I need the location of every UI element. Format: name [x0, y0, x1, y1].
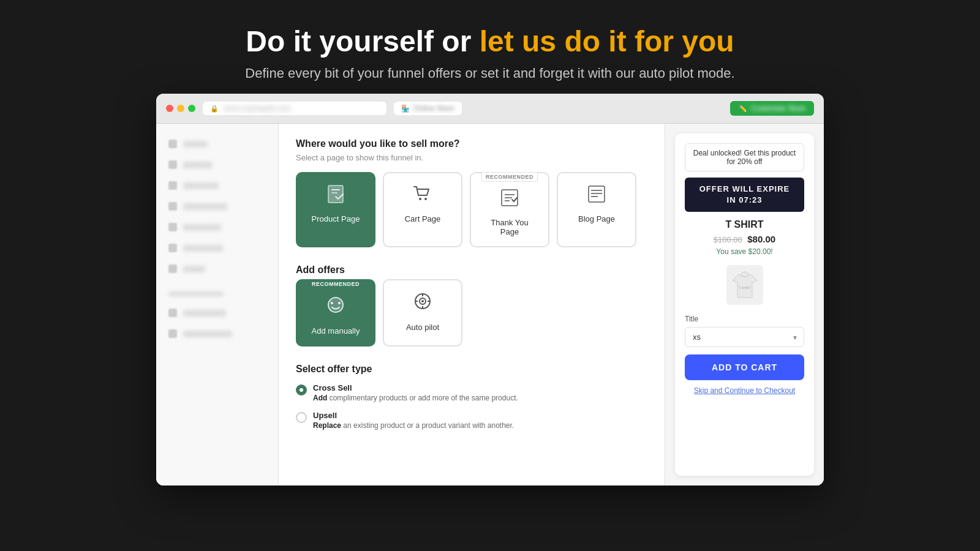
svg-text:T-SHIRT: T-SHIRT — [739, 286, 750, 290]
section3-title: Select offer type — [296, 364, 647, 375]
savings-text: You save $20.00! — [685, 247, 804, 256]
section1-title: Where would you like to sell more? — [296, 138, 647, 149]
orders-icon — [168, 160, 177, 169]
hero-title: Do it yourself or let us do it for you — [12, 24, 968, 58]
product-price-row: $100.00 $80.00 — [685, 234, 804, 245]
discounted-price: $80.00 — [747, 234, 775, 244]
cart-page-icon — [412, 183, 434, 208]
sidebar-item-customers[interactable] — [156, 196, 278, 217]
svg-point-18 — [421, 300, 424, 302]
expire-line1: OFFER WILL EXPIRE — [692, 184, 797, 195]
page-card-thankyou[interactable]: RECOMMENDED Thank You Page — [470, 172, 549, 247]
upsell-option[interactable]: Upsell Replace an existing product or a … — [296, 411, 647, 430]
svg-point-15 — [338, 302, 341, 304]
offer-cards-grid: RECOMMENDED Add manually — [296, 279, 647, 347]
sidebar-item-home[interactable] — [156, 133, 278, 154]
expire-line2: IN 07:23 — [692, 195, 797, 206]
cross-sell-text: Cross Sell Add complimentary products or… — [313, 383, 518, 402]
hero-section: Do it yourself or let us do it for you D… — [0, 0, 980, 94]
close-dot — [166, 105, 173, 112]
autopilot-icon — [412, 290, 434, 317]
customize-store-button[interactable]: ✏️ Customize Store — [730, 101, 814, 116]
customize-store-label: Customize Store — [751, 104, 805, 113]
blog-page-label: Blog Page — [578, 214, 615, 223]
sidebar-section-label — [168, 291, 224, 296]
nav-label: Online Store — [413, 104, 454, 113]
add-manually-icon — [325, 294, 347, 320]
discounts-icon — [168, 244, 177, 252]
pos-icon — [168, 329, 177, 338]
sidebar-item-online-store[interactable] — [156, 302, 278, 323]
online-store-icon — [168, 309, 177, 317]
offer-card-autopilot[interactable]: Auto pilot — [383, 279, 462, 347]
sidebar-orders-label — [183, 162, 213, 168]
nav-button[interactable]: 🏪 Online Store — [394, 102, 462, 115]
address-text: store.myshopify.com — [224, 104, 290, 113]
sidebar-item-analytics[interactable] — [156, 217, 278, 238]
cross-sell-radio[interactable] — [296, 384, 307, 395]
page-card-product[interactable]: Product Page — [296, 172, 375, 247]
sidebar-customers-label — [183, 203, 227, 210]
svg-point-14 — [331, 302, 333, 304]
svg-rect-2 — [331, 192, 337, 193]
offer-type-section: Select offer type Cross Sell Add complim… — [296, 364, 647, 430]
product-page-label: Product Page — [312, 214, 360, 223]
sidebar-item-orders[interactable] — [156, 154, 278, 175]
sidebar — [156, 124, 279, 485]
svg-point-4 — [424, 198, 427, 200]
page-card-cart[interactable]: Cart Page — [383, 172, 462, 247]
original-price: $100.00 — [714, 235, 742, 244]
main-content: Where would you like to sell more? Selec… — [279, 124, 665, 485]
sidebar-online-store-label — [183, 310, 226, 317]
product-page-icon — [325, 183, 347, 208]
size-select-wrapper[interactable]: xs s m l xl — [685, 327, 804, 347]
browser-chrome: 🔒 store.myshopify.com 🏪 Online Store ✏️ … — [156, 94, 824, 124]
sales-icon — [168, 264, 177, 273]
home-icon — [168, 140, 177, 148]
right-panel: Deal unlocked! Get this product for 20% … — [665, 124, 824, 485]
offer-card-manual[interactable]: RECOMMENDED Add manually — [296, 279, 375, 347]
cart-page-label: Cart Page — [405, 214, 441, 223]
address-bar[interactable]: 🔒 store.myshopify.com — [203, 102, 386, 115]
blog-page-icon — [586, 183, 608, 208]
product-preview-card: Deal unlocked! Get this product for 20% … — [675, 133, 814, 476]
svg-point-3 — [419, 198, 421, 200]
add-manually-label: Add manually — [312, 326, 360, 335]
sidebar-analytics-label — [183, 224, 221, 231]
sidebar-discounts-label — [183, 245, 223, 252]
sidebar-item-sales[interactable] — [156, 258, 278, 279]
cross-sell-label: Cross Sell — [313, 383, 518, 392]
analytics-icon — [168, 223, 177, 231]
hero-title-plain: Do it yourself or — [246, 25, 479, 58]
upsell-text: Upsell Replace an existing product or a … — [313, 411, 514, 430]
upsell-radio[interactable] — [296, 412, 307, 423]
expire-banner: OFFER WILL EXPIRE IN 07:23 — [685, 178, 804, 212]
sidebar-home-label — [183, 141, 208, 148]
customers-icon — [168, 202, 177, 211]
browser-window: 🔒 store.myshopify.com 🏪 Online Store ✏️ … — [156, 94, 824, 485]
cross-sell-option[interactable]: Cross Sell Add complimentary products or… — [296, 383, 647, 402]
sidebar-pos-label — [183, 331, 232, 337]
product-image: T-SHIRT — [726, 265, 763, 305]
hero-title-highlight: let us do it for you — [480, 25, 734, 58]
minimize-dot — [177, 105, 184, 112]
skip-checkout-link[interactable]: Skip and Continue to Checkout — [685, 386, 804, 395]
browser-content: Where would you like to sell more? Selec… — [156, 124, 824, 485]
sidebar-item-point-of-sale[interactable] — [156, 323, 278, 344]
thankyou-page-icon — [499, 187, 521, 212]
section2-title: Add offers — [296, 264, 647, 276]
product-name: T SHIRT — [685, 219, 804, 230]
svg-point-13 — [328, 298, 343, 312]
section1-subtitle: Select a page to show this funnel in. — [296, 153, 647, 162]
size-select[interactable]: xs s m l xl — [685, 327, 804, 347]
sidebar-item-products[interactable] — [156, 175, 278, 196]
svg-rect-23 — [741, 272, 748, 277]
svg-rect-1 — [331, 189, 340, 190]
svg-rect-9 — [589, 186, 605, 202]
svg-rect-0 — [328, 186, 343, 203]
page-card-blog[interactable]: Blog Page — [557, 172, 636, 247]
recommended-badge-manual: RECOMMENDED — [307, 280, 364, 289]
sidebar-item-discounts[interactable] — [156, 238, 278, 258]
add-to-cart-button[interactable]: ADD TO CART — [685, 354, 804, 380]
sidebar-products-label — [183, 182, 219, 189]
